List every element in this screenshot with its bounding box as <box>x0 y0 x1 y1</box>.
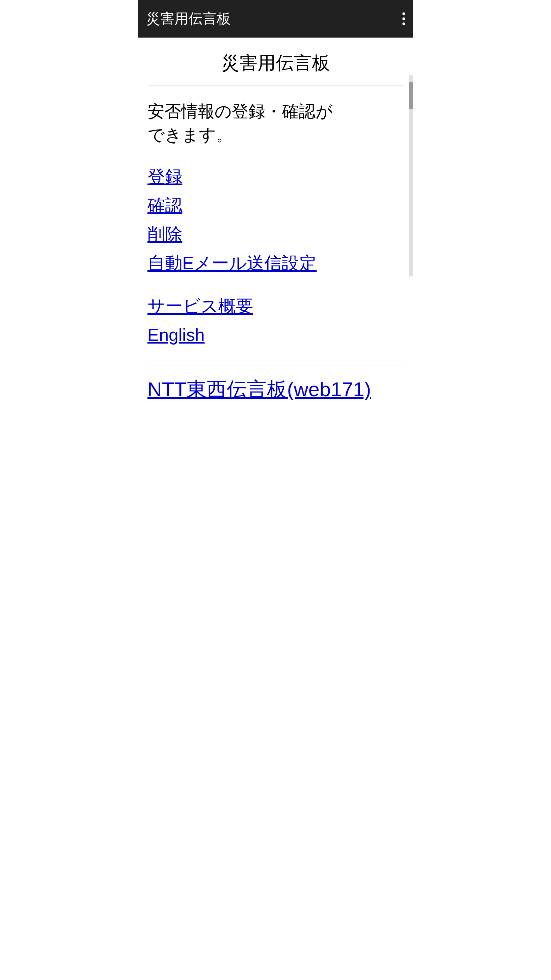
more-options-icon[interactable] <box>402 13 405 25</box>
title-divider <box>148 86 404 86</box>
scrollbar[interactable] <box>409 75 413 277</box>
app-bar: 災害用伝言板 <box>138 0 413 38</box>
bottom-divider <box>148 365 404 365</box>
main-links-section: 登録 確認 削除 自動Eメール送信設定 <box>148 163 404 276</box>
service-overview-link[interactable]: サービス概要 <box>148 293 404 319</box>
content-area: 災害用伝言板 安否情報の登録・確認ができます。 登録 確認 削除 自動Eメール送… <box>138 38 413 365</box>
delete-link[interactable]: 削除 <box>148 221 404 247</box>
scroll-thumb <box>409 82 413 109</box>
confirm-link[interactable]: 確認 <box>148 192 404 218</box>
page-title: 災害用伝言板 <box>148 38 404 86</box>
description-text: 安否情報の登録・確認ができます。 <box>148 100 404 146</box>
bottom-section: NTT東西伝言板(web171) <box>138 365 413 404</box>
email-settings-link[interactable]: 自動Eメール送信設定 <box>148 250 404 276</box>
register-link[interactable]: 登録 <box>148 163 404 189</box>
app-bar-title: 災害用伝言板 <box>146 10 231 28</box>
secondary-links-section: サービス概要 English <box>148 293 404 348</box>
english-link[interactable]: English <box>148 322 404 348</box>
main-content: 災害用伝言板 安否情報の登録・確認ができます。 登録 確認 削除 自動Eメール送… <box>138 38 413 365</box>
ntt-west-link[interactable]: NTT東西伝言板(web171) <box>148 378 371 401</box>
